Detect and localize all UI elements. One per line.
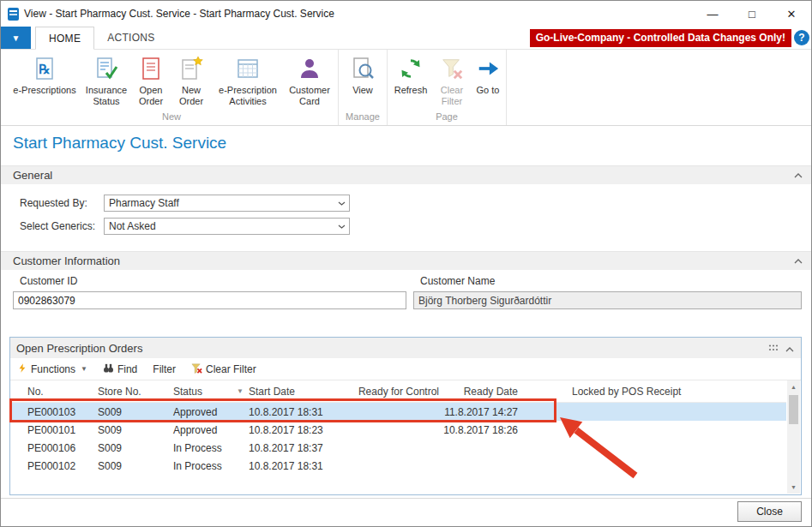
find-button[interactable]: Find [103, 362, 137, 376]
app-icon [8, 8, 19, 21]
ribbon-button-view[interactable]: View [341, 50, 384, 108]
scroll-up-icon[interactable]: ▲ [787, 380, 800, 393]
ribbon-button-go-to[interactable]: Go to [472, 50, 503, 108]
filter-button[interactable]: Filter [153, 363, 176, 375]
cell-status: In Process [173, 442, 249, 454]
lightning-icon [17, 362, 27, 376]
cell-start-date: 10.8.2017 18:31 [249, 460, 339, 472]
scrollbar-thumb[interactable] [789, 395, 798, 424]
fasttab-header-customer-information[interactable]: Customer Information [1, 251, 811, 270]
column-header-locked-by-pos-receipt[interactable]: Locked by POS Receipt [518, 386, 786, 398]
fasttab-general-label: General [13, 169, 52, 182]
orders-toolbar: Functions ▼ Find Filter Clear Filter [10, 358, 801, 380]
ribbon-button-e-prescriptions[interactable]: ℞ e-Prescriptions [8, 50, 81, 108]
ribbon-button-label: e-Prescriptions [13, 85, 75, 96]
cell-no: PE000103 [11, 406, 98, 418]
help-button[interactable]: ? [794, 30, 809, 45]
scroll-down-icon[interactable]: ▼ [787, 481, 800, 494]
ribbon-button-label: Open Order [131, 85, 171, 106]
ribbon-button-label: e-Prescription Activities [212, 85, 284, 106]
collapse-chevron-icon[interactable] [794, 259, 803, 264]
insurance-status-icon [93, 54, 119, 83]
fasttab-customer-label: Customer Information [13, 255, 120, 267]
new-order-icon [178, 54, 204, 83]
ribbon-button-label: Clear Filter [431, 85, 472, 106]
window-controls: — □ ✕ [693, 1, 811, 27]
cell-store-no: S009 [98, 442, 173, 454]
binoculars-icon [103, 362, 114, 376]
chevron-down-icon: ▼ [81, 365, 87, 373]
go-to-icon [476, 54, 500, 83]
cell-start-date: 10.8.2017 18:23 [249, 424, 339, 436]
column-header-start-date[interactable]: Start Date [249, 386, 339, 398]
column-header-ready-for-control[interactable]: Ready for Control [339, 386, 439, 398]
environment-banner: Go-Live-Company - Controlled Data Change… [530, 29, 791, 47]
ribbon-button-label: View [352, 85, 373, 96]
requested-by-value: Pharmacy Staff [109, 197, 179, 209]
clear-filter-button[interactable]: Clear Filter [191, 362, 256, 376]
vertical-scrollbar[interactable]: ▲ ▼ [787, 380, 800, 494]
chevron-down-icon[interactable] [334, 201, 349, 206]
find-label: Find [117, 363, 137, 375]
chevron-down-icon[interactable] [334, 225, 349, 229]
ribbon-button-new-order[interactable]: New Order [171, 50, 212, 108]
functions-label: Functions [31, 363, 75, 375]
select-generics-select[interactable]: Not Asked [104, 218, 350, 235]
table-row[interactable]: PE000106 S009 In Process 10.8.2017 18:37 [11, 439, 786, 457]
cell-status: Approved [173, 406, 249, 418]
table-row[interactable]: PE000103 S009 Approved 10.8.2017 18:31 1… [11, 403, 786, 421]
cell-no: PE000106 [11, 442, 98, 454]
cell-ready-date: 11.8.2017 14:27 [439, 406, 518, 418]
column-header-no[interactable]: No. [11, 386, 98, 398]
general-fields: Requested By: Pharmacy Staff Select Gene… [20, 195, 350, 241]
title-bar: View - Start Pharmacy Cust. Service - St… [1, 1, 811, 27]
ribbon-button-refresh[interactable]: Refresh [390, 50, 431, 108]
close-button[interactable]: Close [737, 501, 802, 522]
column-header-status[interactable]: Status ▼ [173, 386, 249, 398]
sort-descending-icon: ▼ [237, 387, 244, 395]
collapse-chevron-icon[interactable] [794, 173, 803, 178]
column-header-store-no[interactable]: Store No. [98, 386, 173, 398]
tab-home[interactable]: HOME [35, 27, 94, 50]
open-prescription-orders-section: Open Prescription Orders Functions ▼ Fin… [9, 337, 802, 495]
close-window-button[interactable]: ✕ [772, 1, 811, 27]
cell-status: Approved [173, 424, 249, 436]
orders-section-header[interactable]: Open Prescription Orders [10, 338, 801, 358]
activities-icon [235, 54, 261, 83]
clear-filter-icon [440, 54, 464, 83]
view-icon [350, 54, 376, 83]
customer-card-icon [297, 54, 322, 83]
fasttab-header-general[interactable]: General [1, 165, 811, 184]
cell-ready-date: 10.8.2017 18:26 [439, 424, 518, 436]
maximize-button[interactable]: □ [732, 1, 772, 27]
clear-filter-label: Clear Filter [206, 363, 256, 375]
ribbon-button-open-order[interactable]: Open Order [131, 50, 171, 108]
functions-menu-button[interactable]: Functions ▼ [17, 362, 87, 376]
orders-section-label: Open Prescription Orders [16, 342, 142, 355]
tab-actions[interactable]: ACTIONS [94, 27, 167, 49]
filter-label: Filter [153, 363, 176, 375]
ribbon-tab-row: ▼ HOME ACTIONS Go-Live-Company - Control… [1, 27, 811, 50]
column-header-ready-date[interactable]: Ready Date [439, 386, 518, 398]
ribbon-button-insurance-status[interactable]: Insurance Status [81, 50, 131, 108]
table-row[interactable]: PE000101 S009 Approved 10.8.2017 18:23 1… [11, 421, 786, 439]
ribbon-group-label: Manage [341, 111, 384, 125]
customer-id-label: Customer ID [20, 275, 406, 287]
table-row[interactable]: PE000102 S009 In Process 10.8.2017 18:31 [11, 457, 786, 475]
requested-by-select[interactable]: Pharmacy Staff [104, 195, 350, 212]
collapse-chevron-icon[interactable] [785, 342, 794, 355]
cell-start-date: 10.8.2017 18:31 [249, 406, 339, 418]
cell-store-no: S009 [98, 424, 173, 436]
customize-icon[interactable] [768, 342, 779, 355]
app-menu-button[interactable]: ▼ [1, 27, 31, 49]
ribbon-button-label: Refresh [394, 85, 428, 96]
cell-no: PE000101 [11, 424, 98, 436]
minimize-button[interactable]: — [693, 1, 732, 27]
ribbon-button-customer-card[interactable]: Customer Card [284, 50, 335, 108]
cell-start-date: 10.8.2017 18:37 [249, 442, 339, 454]
ribbon-group-new: ℞ e-Prescriptions Insurance Status Open … [5, 50, 339, 125]
ribbon-button-clear-filter: Clear Filter [431, 50, 472, 108]
customer-id-input[interactable] [13, 291, 406, 309]
ribbon-button-e-prescription-activities[interactable]: e-Prescription Activities [212, 50, 284, 108]
cell-no: PE000102 [11, 460, 98, 472]
